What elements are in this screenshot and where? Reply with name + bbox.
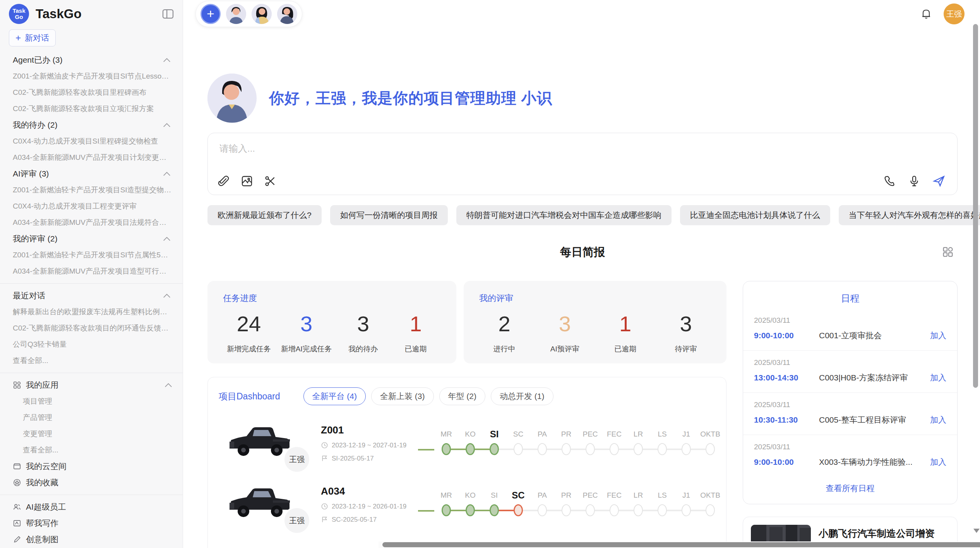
suggestion-chip[interactable]: 当下年轻人对汽车外观有怎样的喜好趋势 [839, 205, 980, 225]
join-link[interactable]: 加入 [930, 330, 946, 341]
sidebar-task-item[interactable]: A034-全新新能源MUV产品开发项目法规符合性评审 [0, 214, 183, 231]
milestone-label: PR [554, 490, 578, 501]
milestone-dot [538, 504, 547, 516]
teammate-avatar-3[interactable] [277, 4, 297, 24]
vertical-scrollbar[interactable] [972, 0, 978, 548]
recent-chats-title: 最近对话 [13, 290, 163, 301]
new-chat-button[interactable]: + 新对话 [9, 29, 56, 46]
sidebar-group-header[interactable]: 我的评审 (2) [0, 231, 183, 247]
sidebar-group-header[interactable]: Agent已办 (3) [0, 52, 183, 68]
sidebar-item-my-apps[interactable]: 我的应用 [0, 377, 183, 393]
milestone: PA [530, 490, 554, 520]
teammate-avatar-1[interactable] [226, 4, 246, 24]
sidebar-task-item[interactable]: C02-飞腾新能源轻客改款项目立项汇报方案 [0, 101, 183, 117]
sidebar-task-item[interactable]: Z001-全新燃油轻卡产品开发项目SI造型提交物评审 [0, 182, 183, 198]
send-icon[interactable] [932, 175, 946, 188]
sidebar-tool-drawing[interactable]: 创意制图 [0, 531, 183, 548]
recent-chat-item[interactable]: 查看全部... [0, 353, 183, 369]
milestone-label: FEC [602, 490, 626, 501]
chat-input[interactable] [219, 143, 946, 154]
add-member-button[interactable]: + [200, 4, 221, 24]
notification-bell-icon[interactable] [920, 7, 933, 21]
stat-card: 任务进度 24 新增完成任务 3 新增AI完成任务 3 我的待办 1 已逾期 [207, 281, 456, 363]
join-link[interactable]: 加入 [930, 372, 946, 383]
join-link[interactable]: 加入 [930, 414, 946, 425]
timeline-lead [418, 449, 434, 450]
join-link[interactable]: 加入 [930, 457, 946, 468]
sidebar-tool-writing[interactable]: 帮我写作 [0, 515, 183, 531]
stat-value: 3 [281, 311, 332, 336]
sidebar-task-item[interactable]: C0X4-动力总成开发项目工程变更评审 [0, 198, 183, 214]
sidebar-task-item[interactable]: Z001-全新燃油皮卡产品开发项目SI节点Lesson Learn报告 [0, 68, 183, 84]
project-code: Z001 [321, 424, 418, 436]
app-sub-item[interactable]: 变更管理 [0, 426, 183, 442]
horizontal-scrollbar[interactable] [379, 541, 980, 548]
layout-grid-icon[interactable] [941, 245, 954, 259]
chevron-up-icon[interactable] [163, 123, 171, 127]
scissors-icon[interactable] [264, 175, 277, 188]
suggestion-chip[interactable]: 如何写一份清晰的项目周报 [330, 205, 448, 225]
milestone: PEC [578, 490, 602, 520]
chevron-up-icon[interactable] [163, 171, 171, 176]
sidebar-task-item[interactable]: A034-全新新能源MUV产品开发项目造型可行性评审 [0, 263, 183, 279]
image-icon[interactable] [240, 175, 254, 188]
suggestion-chip[interactable]: 欧洲新规最近颁布了什么? [207, 205, 322, 225]
sidebar-tool-ai-staff[interactable]: AI超级员工 [0, 499, 183, 515]
app-sub-item[interactable]: 查看全部... [0, 442, 183, 458]
milestone-label: MR [434, 428, 458, 440]
chevron-up-icon[interactable] [164, 383, 173, 387]
sidebar-task-item[interactable]: C0X4-动力总成开发项目SI里程碑提交物检查 [0, 133, 183, 149]
sidebar-collapse-icon[interactable] [162, 8, 174, 20]
phone-call-icon[interactable] [883, 175, 896, 188]
dashboard-tab[interactable]: 全新平台 (4) [303, 387, 366, 405]
sidebar-divider [0, 373, 183, 373]
milestone-dot [538, 443, 547, 455]
view-all-schedule-link[interactable]: 查看所有日程 [743, 483, 957, 494]
project-row[interactable]: 王强 Z001 2023-12-19 ~ 2027-01-19 SI-2025-… [219, 420, 714, 466]
project-row[interactable]: 王强 A034 2023-12-19 ~ 2026-01-19 SC-2025-… [219, 481, 714, 527]
stat-grid: 2 进行中 3 AI预评审 1 已逾期 3 待评审 [479, 311, 711, 354]
dashboard-tab[interactable]: 动总开发 (1) [491, 387, 553, 405]
milestone-label: J1 [674, 428, 698, 440]
microphone-icon[interactable] [908, 175, 921, 188]
suggestion-chip[interactable]: 特朗普可能对进口汽车增税会对中国车企造成哪些影响 [456, 205, 672, 225]
suggestion-chip[interactable]: 比亚迪全固态电池计划具体说了什么 [680, 205, 830, 225]
greeting-row: 你好，王强，我是你的项目管理助理 小识 [207, 74, 958, 123]
sidebar-task-item[interactable]: A034-全新新能源MUV产品开发项目计划变更表编写 [0, 149, 183, 166]
milestone: LS [650, 428, 674, 459]
logo-line2: Go [15, 14, 23, 20]
recent-chats-header[interactable]: 最近对话 [0, 288, 183, 304]
schedule-date: 2025/03/11 [754, 316, 946, 325]
chevron-up-icon[interactable] [163, 236, 171, 241]
milestone-label: SI [482, 428, 506, 440]
sidebar-group: Agent已办 (3)Z001-全新燃油皮卡产品开发项目SI节点Lesson L… [0, 52, 183, 117]
chevron-up-icon[interactable] [163, 58, 171, 62]
sidebar-item-cloud-space[interactable]: 我的云空间 [0, 458, 183, 474]
teammate-avatar-2[interactable] [252, 4, 272, 24]
stat: 1 已逾期 [604, 311, 647, 354]
stat-card: 我的评审 2 进行中 3 AI预评审 1 已逾期 3 待评审 [464, 281, 726, 363]
user-avatar[interactable]: 王强 [944, 3, 965, 24]
chevron-up-icon[interactable] [163, 293, 171, 298]
vertical-scrollbar-thumb[interactable] [973, 24, 978, 388]
sidebar-task-item[interactable]: C02-飞腾新能源轻客改款项目里程碑画布 [0, 84, 183, 101]
horizontal-scrollbar-thumb[interactable] [382, 542, 980, 547]
dashboard-tab[interactable]: 全新上装 (3) [371, 387, 434, 405]
attachment-icon[interactable] [217, 175, 230, 188]
stat-label: 已逾期 [394, 344, 437, 354]
cloud-space-icon [13, 462, 21, 471]
recent-chat-item[interactable]: 公司Q3轻卡销量 [0, 336, 183, 353]
sidebar-group-header[interactable]: AI评审 (3) [0, 166, 183, 182]
recent-chat-item[interactable]: 解释最新出台的欧盟报废车法规再生塑料比例被调至15%... [0, 304, 183, 320]
milestone-dot [634, 443, 643, 455]
dashboard-tab[interactable]: 年型 (2) [439, 387, 486, 405]
scroll-down-arrow-icon[interactable] [973, 529, 980, 533]
app-sub-item[interactable]: 项目管理 [0, 393, 183, 409]
sidebar-group-header[interactable]: 我的待办 (2) [0, 117, 183, 133]
stat-card-title: 任务进度 [223, 293, 441, 304]
sidebar-task-item[interactable]: Z001-全新燃油轻卡产品开发项目SI节点属性5D文件评审 [0, 247, 183, 263]
sidebar-item-favorites[interactable]: 我的收藏 [0, 474, 183, 491]
milestone-label: FEC [602, 428, 626, 440]
app-sub-item[interactable]: 产品管理 [0, 409, 183, 426]
recent-chat-item[interactable]: C02-飞腾新能源轻客改款项目的闭环通告反馈情况 [0, 320, 183, 336]
